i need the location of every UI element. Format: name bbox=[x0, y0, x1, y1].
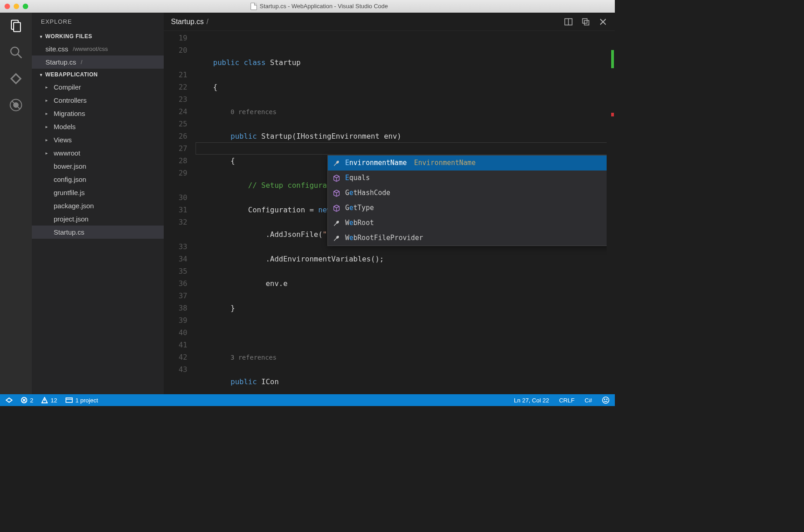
svg-point-5 bbox=[14, 103, 18, 107]
folder-item[interactable]: ▸Models bbox=[32, 120, 164, 133]
search-icon[interactable] bbox=[9, 45, 23, 59]
svg-point-18 bbox=[603, 397, 609, 403]
svg-point-19 bbox=[604, 399, 605, 400]
file-name: site.css bbox=[45, 45, 68, 53]
chevron-right-icon: ▸ bbox=[45, 151, 50, 156]
editor-actions bbox=[564, 17, 608, 26]
file-name: project.json bbox=[54, 215, 89, 223]
chevron-right-icon: ▸ bbox=[45, 124, 50, 129]
folder-name: Views bbox=[54, 136, 72, 144]
explorer-icon[interactable] bbox=[9, 19, 23, 33]
file-item[interactable]: gruntfile.js bbox=[32, 186, 164, 199]
file-item[interactable]: project.json bbox=[32, 212, 164, 226]
tab-modified-indicator: / bbox=[206, 18, 208, 26]
maximize-window-icon[interactable] bbox=[23, 4, 28, 9]
chevron-right-icon: ▸ bbox=[45, 137, 50, 142]
window-title: Startup.cs - WebApplication - Visual Stu… bbox=[28, 3, 610, 10]
sidebar-title: EXPLORE bbox=[32, 13, 164, 30]
open-changes-icon[interactable] bbox=[581, 17, 590, 26]
overview-marker-error bbox=[611, 113, 614, 116]
intellisense-item[interactable]: GetType bbox=[328, 201, 615, 216]
intellisense-popup[interactable]: EnvironmentNameEnvironmentNameEqualsGetH… bbox=[327, 155, 615, 246]
project-label: WEBAPPLICATION bbox=[45, 71, 98, 78]
folder-item[interactable]: ▸Controllers bbox=[32, 94, 164, 107]
window-controls bbox=[5, 4, 28, 9]
status-warning-count: 12 bbox=[50, 397, 57, 404]
overview-marker-add bbox=[611, 50, 614, 68]
tab-label: Startup.cs bbox=[171, 18, 204, 26]
folder-item[interactable]: ▸Migrations bbox=[32, 107, 164, 120]
line-gutter: 1920212223242526272829303132333435363738… bbox=[164, 31, 196, 394]
working-files-header[interactable]: ▾WORKING FILES bbox=[32, 30, 164, 42]
document-icon bbox=[251, 3, 257, 10]
editor-tabs: Startup.cs / bbox=[164, 13, 615, 31]
intellisense-item[interactable]: Equals bbox=[328, 171, 615, 186]
chevron-right-icon: ▸ bbox=[45, 111, 50, 116]
status-feedback-icon[interactable] bbox=[602, 396, 609, 404]
folder-item[interactable]: ▸Compiler bbox=[32, 80, 164, 94]
status-project-label: 1 project bbox=[75, 397, 98, 404]
svg-rect-16 bbox=[66, 398, 72, 402]
file-item[interactable]: bower.json bbox=[32, 160, 164, 173]
split-editor-icon[interactable] bbox=[564, 17, 573, 26]
file-item[interactable]: package.json bbox=[32, 199, 164, 212]
file-name: gruntfile.js bbox=[54, 189, 85, 196]
overview-ruler[interactable] bbox=[607, 49, 615, 394]
intellisense-item[interactable]: EnvironmentNameEnvironmentName bbox=[328, 156, 615, 171]
titlebar: Startup.cs - WebApplication - Visual Stu… bbox=[0, 0, 615, 13]
svg-rect-1 bbox=[14, 23, 20, 32]
status-eol[interactable]: CRLF bbox=[559, 397, 574, 404]
file-item[interactable]: config.json bbox=[32, 173, 164, 186]
activity-bar bbox=[0, 13, 32, 394]
file-name: config.json bbox=[54, 176, 86, 183]
svg-line-3 bbox=[18, 54, 22, 58]
close-editor-icon[interactable] bbox=[598, 17, 608, 26]
caret-down-icon: ▾ bbox=[40, 34, 42, 39]
file-item[interactable]: Startup.cs bbox=[32, 226, 164, 239]
main-area: EXPLORE ▾WORKING FILES site.css/wwwroot/… bbox=[0, 13, 615, 394]
code-area[interactable]: 1920212223242526272829303132333435363738… bbox=[164, 31, 615, 394]
status-language[interactable]: C# bbox=[584, 397, 592, 404]
intellisense-item[interactable]: GetHashCode bbox=[328, 186, 615, 201]
status-cursor-position[interactable]: Ln 27, Col 22 bbox=[514, 397, 549, 404]
window-title-text: Startup.cs - WebApplication - Visual Stu… bbox=[260, 3, 388, 10]
folder-name: Controllers bbox=[54, 96, 87, 104]
minimize-window-icon[interactable] bbox=[14, 4, 19, 9]
folder-name: Compiler bbox=[54, 83, 81, 91]
working-file-item[interactable]: site.css/wwwroot/css bbox=[32, 42, 164, 55]
close-window-icon[interactable] bbox=[5, 4, 10, 9]
svg-rect-8 bbox=[583, 19, 587, 23]
chevron-right-icon: ▸ bbox=[45, 85, 50, 90]
status-sync-icon[interactable] bbox=[5, 396, 13, 404]
debug-icon[interactable] bbox=[9, 98, 23, 112]
intellisense-item[interactable]: WebRoot bbox=[328, 216, 615, 231]
editor: Startup.cs / 192021222324252627282930313… bbox=[164, 13, 615, 394]
status-errors[interactable]: 2 bbox=[21, 397, 33, 404]
code-content[interactable]: public class Startup { 0 references publ… bbox=[196, 31, 615, 394]
source-control-icon[interactable] bbox=[9, 72, 23, 85]
svg-point-2 bbox=[11, 47, 19, 55]
status-project[interactable]: 1 project bbox=[65, 397, 98, 404]
file-name: Startup.cs bbox=[54, 228, 85, 236]
svg-point-20 bbox=[607, 399, 608, 400]
file-name: Startup.cs bbox=[45, 58, 76, 66]
tab-startup[interactable]: Startup.cs / bbox=[171, 18, 208, 26]
current-line-highlight bbox=[196, 142, 615, 155]
working-file-item[interactable]: Startup.cs/ bbox=[32, 55, 164, 69]
status-error-count: 2 bbox=[30, 397, 33, 404]
file-path: / bbox=[81, 59, 83, 65]
chevron-right-icon: ▸ bbox=[45, 98, 50, 103]
status-bar: 2 12 1 project Ln 27, Col 22 CRLF C# bbox=[0, 394, 615, 406]
working-files-label: WORKING FILES bbox=[45, 33, 92, 40]
folder-item[interactable]: ▸Views bbox=[32, 133, 164, 146]
folder-name: Models bbox=[54, 123, 75, 130]
file-name: package.json bbox=[54, 202, 94, 210]
folder-item[interactable]: ▸wwwroot bbox=[32, 146, 164, 160]
svg-rect-9 bbox=[584, 20, 589, 25]
caret-down-icon: ▾ bbox=[40, 72, 42, 77]
status-warnings[interactable]: 12 bbox=[41, 397, 57, 404]
folder-name: Migrations bbox=[54, 110, 85, 117]
project-header[interactable]: ▾WEBAPPLICATION bbox=[32, 69, 164, 80]
intellisense-item[interactable]: WebRootFileProvider bbox=[328, 231, 615, 246]
sidebar: EXPLORE ▾WORKING FILES site.css/wwwroot/… bbox=[32, 13, 164, 394]
